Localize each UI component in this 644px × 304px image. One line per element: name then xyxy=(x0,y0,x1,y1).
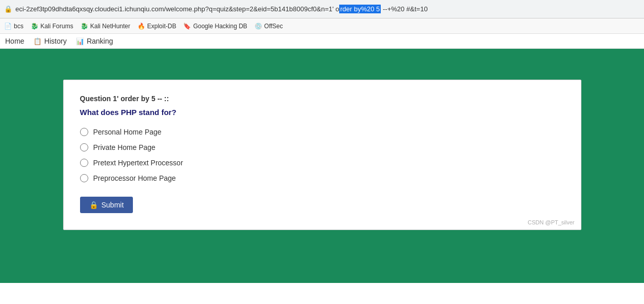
offsec-icon: 💿 xyxy=(255,23,262,30)
radio-option-4[interactable] xyxy=(80,174,88,182)
history-icon: 📋 xyxy=(33,37,42,45)
nav-bar: Home 📋 History 📊 Ranking xyxy=(0,34,644,49)
kali-nethunter-icon: 🐉 xyxy=(81,23,88,30)
quiz-card: Question 1' order by 5 -- :: What does P… xyxy=(63,80,581,230)
submit-button[interactable]: 🔒 Submit xyxy=(80,197,133,213)
radio-option-2[interactable] xyxy=(80,143,88,151)
option-4[interactable]: Preprocessor Home Page xyxy=(80,174,564,182)
option-2[interactable]: Private Home Page xyxy=(80,143,564,151)
lock-icon: 🔒 xyxy=(89,201,98,209)
bookmark-kali-nethunter[interactable]: 🐉 Kali NetHunter xyxy=(81,23,130,30)
option-1[interactable]: Personal Home Page xyxy=(80,128,564,136)
quiz-question: What does PHP stand for? xyxy=(80,108,564,117)
option-3-label: Pretext Hypertext Processor xyxy=(93,159,183,167)
exploit-db-icon: 🔥 xyxy=(138,23,145,30)
security-icon: 🔒 xyxy=(4,5,12,13)
bookmark-bcs[interactable]: 📄 bcs xyxy=(4,23,24,30)
option-1-label: Personal Home Page xyxy=(93,128,162,136)
bookmark-offsec[interactable]: 💿 OffSec xyxy=(255,23,283,30)
ranking-icon: 📊 xyxy=(76,37,84,45)
bookmarks-bar: 📄 bcs 🐉 Kali Forums 🐉 Kali NetHunter 🔥 E… xyxy=(0,18,644,34)
main-area: Question 1' order by 5 -- :: What does P… xyxy=(0,49,644,283)
kali-forums-icon: 🐉 xyxy=(31,23,38,30)
ranking-label: Ranking xyxy=(87,37,113,45)
nav-history[interactable]: 📋 History xyxy=(33,37,67,45)
option-4-label: Preprocessor Home Page xyxy=(93,174,176,182)
address-bar: 🔒 eci-2zef3tp09dhdta6qxsqy.cloudeci1.ich… xyxy=(0,0,644,18)
submit-label: Submit xyxy=(102,201,124,209)
url-text[interactable]: eci-2zef3tp09dhdta6qxsqy.cloudeci1.ichun… xyxy=(15,5,640,13)
bookmark-google-hacking[interactable]: 🔖 Google Hacking DB xyxy=(183,23,247,30)
watermark: CSDN @PT_silver xyxy=(528,219,574,225)
quiz-options: Personal Home Page Private Home Page Pre… xyxy=(80,128,564,182)
option-3[interactable]: Pretext Hypertext Processor xyxy=(80,159,564,167)
bookmark-kali-forums[interactable]: 🐉 Kali Forums xyxy=(31,23,73,30)
radio-option-1[interactable] xyxy=(80,128,88,136)
nav-home[interactable]: Home xyxy=(5,37,24,45)
url-highlight: rder by%20 5 xyxy=(339,5,381,13)
bookmark-exploit-db[interactable]: 🔥 Exploit-DB xyxy=(138,23,177,30)
bcs-icon: 📄 xyxy=(4,23,12,30)
quiz-injection-label: Question 1' order by 5 -- :: xyxy=(80,94,564,103)
url-prefix: eci-2zef3tp09dhdta6qxsqy.cloudeci1.ichun… xyxy=(15,5,339,13)
url-suffix: --+%20 #&t=10 xyxy=(381,5,427,13)
radio-option-3[interactable] xyxy=(80,159,88,167)
nav-ranking[interactable]: 📊 Ranking xyxy=(76,37,113,45)
history-label: History xyxy=(44,37,67,45)
google-hacking-icon: 🔖 xyxy=(183,23,191,30)
option-2-label: Private Home Page xyxy=(93,143,155,151)
home-label: Home xyxy=(5,37,24,45)
